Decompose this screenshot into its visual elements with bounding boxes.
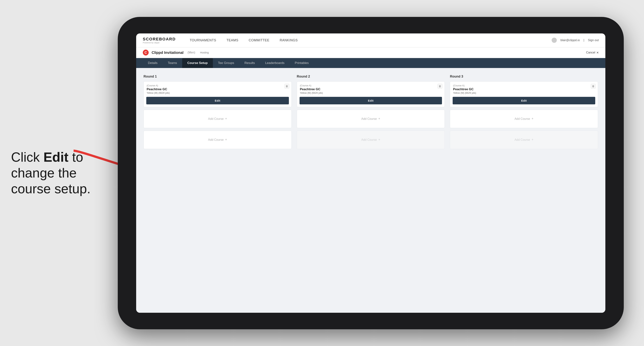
round-2-add-course-1[interactable]: Add Course + [297, 110, 445, 128]
round-3-add-course-2-plus: + [532, 138, 534, 142]
round-1-header: Round 1 [144, 75, 292, 78]
round-1-course-label: (Course A) [147, 84, 288, 87]
round-3-add-course-2: Add Course + [450, 131, 598, 149]
tab-teams[interactable]: Teams [163, 58, 182, 68]
instruction-prefix: Click [11, 150, 44, 165]
user-email: blair@clippd.io [560, 39, 580, 42]
round-1-add-course-2[interactable]: Add Course + [144, 131, 292, 149]
tournament-gender: (Men) [188, 51, 195, 54]
nav-right: blair@clippd.io | Sign out [552, 38, 599, 43]
tab-tee-groups[interactable]: Tee Groups [213, 58, 240, 68]
instruction-bold: Edit [44, 150, 68, 165]
cancel-button[interactable]: Cancel ✕ [586, 51, 599, 54]
round-2-add-course-2-label: Add Course [362, 138, 377, 142]
round-1-course-header: (Course A) Peachtree GC Yellow (M) (6629… [144, 82, 292, 95]
round-1-column: Round 1 (Course A) Peachtree GC Yellow (… [144, 75, 292, 152]
tablet-frame: SCOREBOARD Powered by clippd TOURNAMENTS… [118, 17, 624, 329]
nav-teams[interactable]: TEAMS [221, 33, 244, 47]
instruction-text: Click Edit to change the course setup. [0, 142, 118, 204]
round-1-delete-button[interactable]: 🗑 [284, 84, 289, 89]
logo-subtitle: Powered by clippd [143, 41, 176, 44]
round-3-course-details: Yellow (M) (6629 yds) [453, 92, 595, 94]
nav-tournaments[interactable]: TOURNAMENTS [184, 33, 221, 47]
round-2-course-card: (Course A) Peachtree GC Yellow (M) (6629… [297, 81, 445, 107]
round-3-course-label: (Course A) [453, 84, 595, 87]
round-2-column: Round 2 (Course A) Peachtree GC Yellow (… [297, 75, 445, 152]
round-1-course-name: Peachtree GC [147, 87, 288, 91]
tab-results[interactable]: Results [239, 58, 260, 68]
round-3-delete-button[interactable]: 🗑 [591, 84, 596, 89]
tab-details[interactable]: Details [143, 58, 163, 68]
main-content: Round 1 (Course A) Peachtree GC Yellow (… [136, 68, 605, 313]
nav-items: TOURNAMENTS TEAMS COMMITTEE RANKINGS [184, 33, 552, 47]
round-3-add-course-1[interactable]: Add Course + [450, 110, 598, 128]
round-1-add-course-1-plus: + [225, 117, 227, 121]
nav-pipe: | [584, 39, 584, 42]
round-1-edit-button[interactable]: Edit [146, 97, 289, 104]
round-3-add-course-1-label: Add Course [514, 117, 530, 121]
round-3-add-course-2-label: Add Course [514, 138, 530, 142]
round-2-delete-button[interactable]: 🗑 [438, 84, 442, 89]
round-3-course-name: Peachtree GC [453, 87, 595, 91]
round-1-add-course-1-label: Add Course [208, 117, 224, 121]
round-2-edit-button[interactable]: Edit [300, 97, 442, 104]
round-3-course-card: (Course A) Peachtree GC Yellow (M) (6629… [450, 81, 598, 107]
tab-course-setup[interactable]: Course Setup [182, 58, 213, 68]
round-1-add-course-2-label: Add Course [208, 138, 224, 142]
hosting-badge: Hosting [200, 51, 209, 54]
round-2-course-label: (Course A) [300, 84, 442, 87]
round-2-add-course-2: Add Course + [297, 131, 445, 149]
tab-printables[interactable]: Printables [290, 58, 314, 68]
round-1-course-details: Yellow (M) (6629 yds) [147, 92, 288, 94]
tablet-screen: SCOREBOARD Powered by clippd TOURNAMENTS… [136, 33, 605, 313]
tournament-name: Clippd Invitational [152, 50, 184, 55]
sub-tabs: Details Teams Course Setup Tee Groups Re… [136, 58, 605, 68]
round-1-course-card: (Course A) Peachtree GC Yellow (M) (6629… [144, 81, 292, 107]
round-3-column: Round 3 (Course A) Peachtree GC Yellow (… [450, 75, 598, 152]
sign-out-link[interactable]: Sign out [588, 39, 599, 42]
top-nav: SCOREBOARD Powered by clippd TOURNAMENTS… [136, 33, 605, 47]
round-2-course-header: (Course A) Peachtree GC Yellow (M) (6629… [297, 82, 445, 95]
tab-leaderboards[interactable]: Leaderboards [260, 58, 290, 68]
nav-rankings[interactable]: RANKINGS [274, 33, 303, 47]
tournament-logo: C [143, 50, 149, 55]
round-2-course-name: Peachtree GC [300, 87, 442, 91]
round-2-add-course-1-label: Add Course [362, 117, 377, 121]
cancel-icon: ✕ [596, 51, 599, 54]
round-3-header: Round 3 [450, 75, 598, 78]
round-2-header: Round 2 [297, 75, 445, 78]
round-2-add-course-2-plus: + [378, 138, 380, 142]
app-logo: SCOREBOARD Powered by clippd [143, 37, 176, 44]
round-1-add-course-1[interactable]: Add Course + [144, 110, 292, 128]
rounds-container: Round 1 (Course A) Peachtree GC Yellow (… [144, 75, 598, 152]
round-3-add-course-1-plus: + [532, 117, 534, 121]
tournament-bar: C Clippd Invitational (Men) Hosting Canc… [136, 47, 605, 58]
logo-title: SCOREBOARD [143, 37, 176, 41]
round-1-add-course-2-plus: + [225, 138, 227, 142]
user-avatar [552, 38, 557, 43]
round-3-course-header: (Course A) Peachtree GC Yellow (M) (6629… [450, 82, 598, 95]
round-2-add-course-1-plus: + [378, 117, 380, 121]
nav-committee[interactable]: COMMITTEE [244, 33, 275, 47]
round-3-edit-button[interactable]: Edit [453, 97, 595, 104]
round-2-course-details: Yellow (M) (6629 yds) [300, 92, 442, 94]
